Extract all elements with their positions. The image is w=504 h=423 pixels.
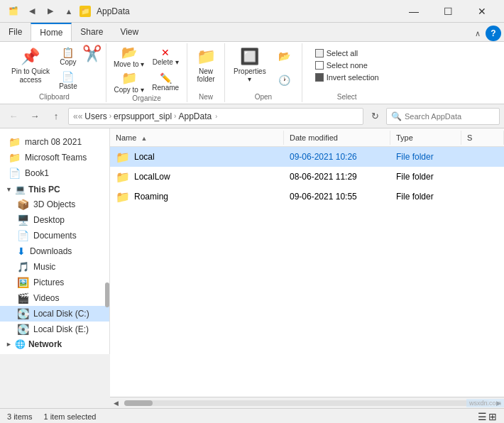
pin-icon: 📌 — [21, 48, 40, 66]
sidebar-scrollbar — [105, 128, 109, 408]
path-appdata[interactable]: AppData — [178, 111, 212, 121]
scroll-left-arrow[interactable]: ◀ — [110, 397, 121, 409]
grid-view-icon[interactable]: ⊞ — [488, 411, 497, 422]
invert-selection-button[interactable]: Invert selection — [312, 72, 382, 83]
ribbon-content: 📌 Pin to Quickaccess 📋 Copy 📄 Paste ✂️ — [0, 41, 504, 104]
thispc-icon: 💻 — [15, 185, 26, 194]
forward-button[interactable]: → — [26, 107, 44, 126]
file-date-locallow: 08-06-2021 11:29 — [284, 169, 390, 185]
file-row-roaming[interactable]: 📁 Roaming 09-06-2021 10:55 File folder — [110, 187, 504, 207]
help-button[interactable]: ? — [486, 26, 501, 41]
sidebar-item-desktop[interactable]: 🖥️ Desktop — [0, 212, 109, 228]
network-label: Network — [28, 339, 62, 349]
search-box: 🔍 — [386, 108, 500, 125]
window-title: AppData — [97, 6, 130, 16]
paste-button[interactable]: 📄 Paste — [55, 69, 81, 92]
selected-count: 1 item selected — [43, 412, 96, 421]
open-history-button[interactable]: 🕐 — [272, 69, 297, 92]
open-button[interactable]: 📂 — [272, 45, 297, 67]
list-view-icon[interactable]: ☰ — [478, 411, 487, 422]
move-to-button[interactable]: 📂 Move to ▾ — [111, 45, 147, 67]
title-bar: 🗂️ ◀ ▶ ▲ 📁 AppData — ☐ ✕ — [0, 0, 504, 23]
tab-share[interactable]: Share — [72, 23, 111, 41]
pin-to-quick-access-button[interactable]: 📌 Pin to Quickaccess — [7, 45, 54, 92]
file-row-locallow[interactable]: 📁 LocalLow 08-06-2021 11:29 File folder — [110, 167, 504, 187]
sidebar-item-pictures[interactable]: 🖼️ Pictures — [0, 275, 109, 290]
delete-button[interactable]: ✕ Delete ▾ — [148, 45, 182, 67]
col-size-header[interactable]: S — [461, 131, 504, 145]
scroll-thumb[interactable] — [124, 400, 153, 406]
sidebar-item-documents[interactable]: 📄 Documents — [0, 228, 109, 243]
sidebar-item-downloads[interactable]: ⬇ Downloads — [0, 243, 109, 259]
select-none-button[interactable]: Select none — [312, 60, 382, 71]
back-button[interactable]: ← — [4, 107, 23, 126]
network-expand-icon: ► — [6, 341, 12, 348]
clipboard-group: 📌 Pin to Quickaccess 📋 Copy 📄 Paste ✂️ — [3, 43, 106, 102]
sidebar-item-book1[interactable]: 📄 Book1 — [0, 165, 109, 181]
file-icon: 📄 — [9, 167, 21, 179]
file-size-locallow — [461, 174, 504, 180]
file-header: Name ▲ Date modified Type S — [110, 128, 504, 147]
network-header[interactable]: ► 🌐 Network — [0, 337, 109, 351]
folder-icon-2: 📁 — [9, 152, 21, 163]
select-all-button[interactable]: Select all — [312, 48, 382, 59]
quick-access-btn[interactable]: 🗂️ — [6, 4, 21, 19]
search-input[interactable] — [405, 112, 495, 121]
address-path[interactable]: «« Users › erpsupport_sipl › AppData › — [68, 108, 363, 125]
refresh-button[interactable]: ↻ — [366, 108, 383, 125]
sidebar-item-music[interactable]: 🎵 Music — [0, 259, 109, 275]
copy-button[interactable]: 📋 Copy — [55, 45, 81, 67]
file-date-local: 09-06-2021 10:26 — [284, 149, 390, 165]
properties-icon: 🔲 — [240, 48, 259, 66]
sidebar-item-localC[interactable]: 💽 Local Disk (C:) — [0, 306, 109, 322]
new-group: 📁 Newfolder New — [187, 43, 225, 102]
clipboard-label: Clipboard — [39, 92, 70, 102]
documents-icon: 📄 — [17, 230, 29, 241]
forward-quick-btn[interactable]: ▶ — [43, 4, 58, 19]
file-type-local: File folder — [390, 149, 461, 165]
path-users[interactable]: Users — [84, 111, 106, 121]
col-date-header[interactable]: Date modified — [284, 131, 390, 145]
file-type-locallow: File folder — [390, 169, 461, 185]
close-button[interactable]: ✕ — [466, 0, 498, 23]
up-quick-btn[interactable]: ▲ — [61, 4, 77, 19]
downloads-icon: ⬇ — [17, 246, 26, 257]
tab-view[interactable]: View — [111, 23, 147, 41]
ribbon-collapse-btn[interactable]: ∧ — [470, 26, 486, 41]
sidebar-scroll-thumb[interactable] — [105, 282, 109, 307]
new-folder-button[interactable]: 📁 Newfolder — [192, 45, 220, 92]
tab-home[interactable]: Home — [31, 23, 72, 41]
thispc-header[interactable]: ▼ 💻 This PC — [0, 182, 109, 197]
sidebar-item-videos[interactable]: 🎬 Videos — [0, 290, 109, 306]
status-bar: 3 items 1 item selected ☰ ⊞ — [0, 408, 504, 423]
sidebar-item-localE[interactable]: 💽 Local Disk (E:) — [0, 322, 109, 337]
properties-button[interactable]: 🔲 Properties▾ — [229, 45, 270, 92]
maximize-button[interactable]: ☐ — [432, 0, 464, 23]
new-label: New — [199, 92, 213, 102]
sidebar-item-march[interactable]: 📁 march 08 2021 — [0, 134, 109, 150]
rename-button[interactable]: ✏️ Rename — [148, 70, 182, 93]
copy-to-button[interactable]: 📁 Copy to ▾ — [111, 70, 147, 93]
back-quick-btn[interactable]: ◀ — [24, 4, 40, 19]
minimize-button[interactable]: — — [398, 0, 430, 23]
up-button[interactable]: ↑ — [47, 107, 65, 126]
file-type-roaming: File folder — [390, 189, 461, 204]
sidebar-item-3dobjects[interactable]: 📦 3D Objects — [0, 197, 109, 212]
path-dropdown-arrow[interactable]: › — [215, 113, 217, 120]
open-group: 🔲 Properties▾ 📂 🕐 Open — [225, 43, 302, 102]
window-icon: 📁 — [80, 6, 91, 17]
col-name-header[interactable]: Name ▲ — [110, 131, 284, 145]
recent-section: 📁 march 08 2021 📁 Microsoft Teams 📄 Book… — [0, 131, 109, 182]
address-bar: ← → ↑ «« Users › erpsupport_sipl › AppDa… — [0, 104, 504, 128]
path-erpsupport[interactable]: erpsupport_sipl — [114, 111, 172, 121]
file-row-local[interactable]: 📁 Local 09-06-2021 10:26 File folder — [110, 147, 504, 167]
scroll-track — [124, 400, 490, 406]
tab-file[interactable]: File — [0, 23, 31, 41]
desktop-icon: 🖥️ — [17, 214, 29, 226]
folder-locallow-icon: 📁 — [116, 170, 130, 184]
organize-label: Organize — [132, 93, 161, 104]
file-scroll[interactable]: 📁 Local 09-06-2021 10:26 File folder 📁 L… — [110, 147, 504, 397]
sidebar-item-msteams[interactable]: 📁 Microsoft Teams — [0, 150, 109, 165]
col-type-header[interactable]: Type — [390, 131, 461, 145]
pictures-icon: 🖼️ — [17, 277, 29, 288]
